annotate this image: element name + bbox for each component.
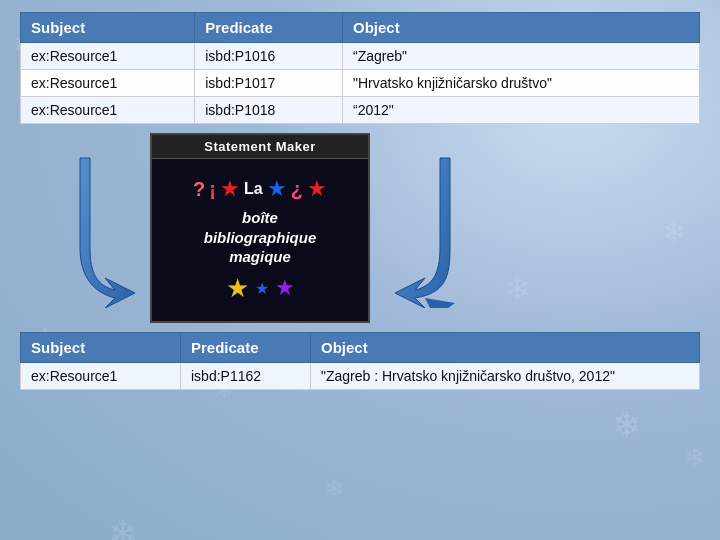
- row2-subject: ex:Resource1: [21, 70, 195, 97]
- top-table-wrapper: Subject Predicate Object ex:Resource1 is…: [20, 12, 700, 124]
- exclamation-icon: ¡: [209, 178, 216, 201]
- arrow-left: [20, 143, 150, 313]
- bottom-table-wrapper: Subject Predicate Object ex:Resource1 is…: [20, 332, 700, 390]
- magic-icons-top-row: ? ¡ ★ La ★ ¿ ★: [193, 176, 327, 202]
- row3-subject: ex:Resource1: [21, 97, 195, 124]
- star-blue2-icon: ★: [255, 279, 269, 298]
- statement-maker-box: Statement Maker ? ¡ ★ La ★ ¿ ★ boîte bib…: [150, 133, 370, 323]
- table-row: ex:Resource1 isbd:P1018 “2012": [21, 97, 700, 124]
- top-table-header-object: Object: [343, 13, 700, 43]
- top-table-header-row: Subject Predicate Object: [21, 13, 700, 43]
- bottom-row1-object: "Zagreb : Hrvatsko knjižničarsko društvo…: [311, 363, 700, 390]
- bottom-row1-predicate: isbd:P1162: [181, 363, 311, 390]
- bottom-table-header-predicate: Predicate: [181, 333, 311, 363]
- bottom-row1-subject: ex:Resource1: [21, 363, 181, 390]
- magic-boite: boîte: [204, 208, 317, 228]
- arrow-right: [370, 143, 500, 313]
- right-arrow-svg: [375, 148, 495, 308]
- magic-text-block: boîte bibliographique magique: [204, 208, 317, 267]
- magic-bibliographique: bibliographique: [204, 228, 317, 248]
- svg-marker-0: [425, 298, 455, 308]
- table-row: ex:Resource1 isbd:P1016 “Zagreb": [21, 43, 700, 70]
- main-container: Subject Predicate Object ex:Resource1 is…: [0, 0, 720, 540]
- row3-object: “2012": [343, 97, 700, 124]
- row1-object: “Zagreb": [343, 43, 700, 70]
- top-table: Subject Predicate Object ex:Resource1 is…: [20, 12, 700, 124]
- left-arrow-svg: [25, 148, 145, 308]
- top-table-header-subject: Subject: [21, 13, 195, 43]
- row2-object: "Hrvatsko knjižničarsko društvo": [343, 70, 700, 97]
- bottom-table-header-subject: Subject: [21, 333, 181, 363]
- question-mark-icon: ?: [193, 178, 205, 201]
- statement-maker-inner: ? ¡ ★ La ★ ¿ ★ boîte bibliographique mag…: [152, 159, 368, 321]
- statement-maker-title: Statement Maker: [152, 135, 368, 159]
- row2-predicate: isbd:P1017: [195, 70, 343, 97]
- top-table-header-predicate: Predicate: [195, 13, 343, 43]
- star-yellow-icon: ★: [226, 273, 249, 304]
- star-red-icon: ★: [220, 176, 240, 202]
- magic-magique: magique: [204, 247, 317, 267]
- row1-predicate: isbd:P1016: [195, 43, 343, 70]
- bottom-table: Subject Predicate Object ex:Resource1 is…: [20, 332, 700, 390]
- inv-question-icon: ¿: [291, 178, 303, 201]
- bottom-stars-row: ★ ★ ★: [226, 273, 295, 304]
- star-purple-icon: ★: [275, 275, 295, 301]
- row1-subject: ex:Resource1: [21, 43, 195, 70]
- table-row: ex:Resource1 isbd:P1017 "Hrvatsko knjižn…: [21, 70, 700, 97]
- bottom-table-header-object: Object: [311, 333, 700, 363]
- middle-section: Statement Maker ? ¡ ★ La ★ ¿ ★ boîte bib…: [20, 128, 700, 328]
- star-blue-icon: ★: [267, 176, 287, 202]
- star-red2-icon: ★: [307, 176, 327, 202]
- la-text: La: [244, 180, 263, 198]
- bottom-table-header-row: Subject Predicate Object: [21, 333, 700, 363]
- table-row: ex:Resource1 isbd:P1162 "Zagreb : Hrvats…: [21, 363, 700, 390]
- row3-predicate: isbd:P1018: [195, 97, 343, 124]
